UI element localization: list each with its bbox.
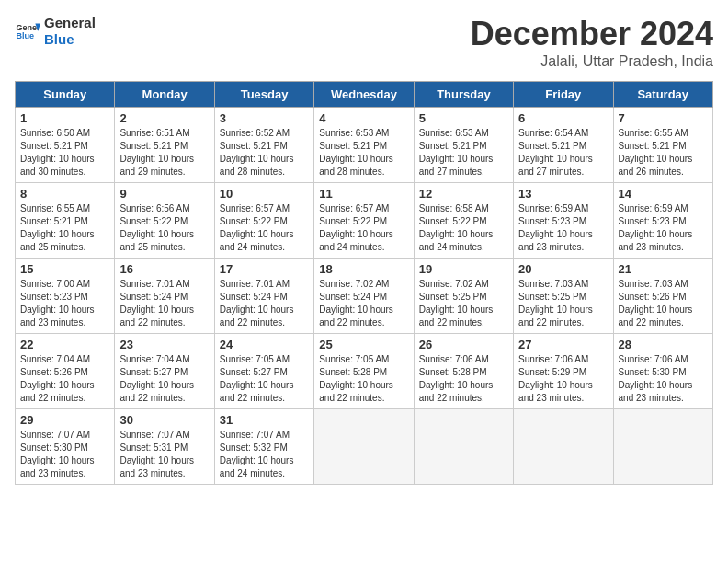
day-cell: 21Sunrise: 7:03 AM Sunset: 5:26 PM Dayli… xyxy=(613,259,712,334)
header-cell-tuesday: Tuesday xyxy=(214,82,313,108)
day-cell: 12Sunrise: 6:58 AM Sunset: 5:22 PM Dayli… xyxy=(414,183,513,259)
logo: General Blue General Blue xyxy=(15,15,96,48)
day-cell: 24Sunrise: 7:05 AM Sunset: 5:27 PM Dayli… xyxy=(214,334,313,409)
day-number: 2 xyxy=(119,111,209,125)
week-row-1: 1Sunrise: 6:50 AM Sunset: 5:21 PM Daylig… xyxy=(16,108,713,183)
title-block: December 2024 Jalali, Uttar Pradesh, Ind… xyxy=(471,15,713,70)
day-cell: 14Sunrise: 6:59 AM Sunset: 5:23 PM Dayli… xyxy=(613,183,712,259)
day-number: 25 xyxy=(319,338,408,351)
day-cell: 29Sunrise: 7:07 AM Sunset: 5:30 PM Dayli… xyxy=(16,409,115,485)
day-number: 8 xyxy=(20,187,109,201)
day-cell: 27Sunrise: 7:06 AM Sunset: 5:29 PM Dayli… xyxy=(514,334,613,409)
day-number: 29 xyxy=(20,413,109,427)
day-cell: 22Sunrise: 7:04 AM Sunset: 5:26 PM Dayli… xyxy=(16,334,115,409)
day-cell: 20Sunrise: 7:03 AM Sunset: 5:25 PM Dayli… xyxy=(514,259,613,334)
day-number: 16 xyxy=(119,262,209,276)
day-info: Sunrise: 7:01 AM Sunset: 5:24 PM Dayligh… xyxy=(119,278,209,329)
day-info: Sunrise: 6:55 AM Sunset: 5:21 PM Dayligh… xyxy=(619,127,708,178)
day-number: 15 xyxy=(20,262,109,276)
day-info: Sunrise: 7:05 AM Sunset: 5:27 PM Dayligh… xyxy=(220,353,309,405)
header-cell-thursday: Thursday xyxy=(414,82,513,108)
day-number: 7 xyxy=(619,111,708,125)
day-number: 17 xyxy=(220,262,309,276)
day-cell: 23Sunrise: 7:04 AM Sunset: 5:27 PM Dayli… xyxy=(115,334,214,409)
day-info: Sunrise: 7:02 AM Sunset: 5:25 PM Dayligh… xyxy=(419,278,508,329)
day-number: 10 xyxy=(220,187,309,201)
day-info: Sunrise: 6:57 AM Sunset: 5:22 PM Dayligh… xyxy=(220,202,309,254)
header-cell-friday: Friday xyxy=(514,82,613,108)
day-info: Sunrise: 6:57 AM Sunset: 5:22 PM Dayligh… xyxy=(319,202,408,254)
calendar-body: 1Sunrise: 6:50 AM Sunset: 5:21 PM Daylig… xyxy=(16,108,713,485)
day-cell: 17Sunrise: 7:01 AM Sunset: 5:24 PM Dayli… xyxy=(214,259,313,334)
day-info: Sunrise: 6:50 AM Sunset: 5:21 PM Dayligh… xyxy=(20,127,109,178)
day-cell: 8Sunrise: 6:55 AM Sunset: 5:21 PM Daylig… xyxy=(16,183,115,259)
day-info: Sunrise: 7:06 AM Sunset: 5:30 PM Dayligh… xyxy=(619,353,708,405)
day-cell xyxy=(414,409,513,485)
day-info: Sunrise: 7:04 AM Sunset: 5:27 PM Dayligh… xyxy=(119,353,209,405)
day-cell: 5Sunrise: 6:53 AM Sunset: 5:21 PM Daylig… xyxy=(414,108,513,183)
day-info: Sunrise: 7:04 AM Sunset: 5:26 PM Dayligh… xyxy=(20,353,109,405)
week-row-2: 8Sunrise: 6:55 AM Sunset: 5:21 PM Daylig… xyxy=(16,183,713,259)
day-number: 24 xyxy=(220,338,309,351)
day-cell: 30Sunrise: 7:07 AM Sunset: 5:31 PM Dayli… xyxy=(115,409,214,485)
day-cell: 9Sunrise: 6:56 AM Sunset: 5:22 PM Daylig… xyxy=(115,183,214,259)
day-number: 26 xyxy=(419,338,508,351)
day-info: Sunrise: 6:51 AM Sunset: 5:21 PM Dayligh… xyxy=(119,127,209,178)
day-number: 27 xyxy=(518,338,608,351)
header-cell-wednesday: Wednesday xyxy=(314,82,414,108)
day-cell: 3Sunrise: 6:52 AM Sunset: 5:21 PM Daylig… xyxy=(214,108,313,183)
day-info: Sunrise: 7:07 AM Sunset: 5:30 PM Dayligh… xyxy=(20,429,109,480)
day-number: 9 xyxy=(119,187,209,201)
day-info: Sunrise: 6:58 AM Sunset: 5:22 PM Dayligh… xyxy=(419,202,508,254)
day-number: 11 xyxy=(319,187,408,201)
day-cell xyxy=(514,409,613,485)
day-cell: 7Sunrise: 6:55 AM Sunset: 5:21 PM Daylig… xyxy=(613,108,712,183)
day-info: Sunrise: 6:54 AM Sunset: 5:21 PM Dayligh… xyxy=(518,127,608,178)
day-number: 23 xyxy=(119,338,209,351)
day-cell: 11Sunrise: 6:57 AM Sunset: 5:22 PM Dayli… xyxy=(314,183,414,259)
day-number: 22 xyxy=(20,338,109,351)
header-cell-sunday: Sunday xyxy=(16,82,115,108)
day-number: 6 xyxy=(518,111,608,125)
day-number: 4 xyxy=(319,111,408,125)
day-info: Sunrise: 6:59 AM Sunset: 5:23 PM Dayligh… xyxy=(619,202,708,254)
day-info: Sunrise: 7:06 AM Sunset: 5:29 PM Dayligh… xyxy=(518,353,608,405)
day-info: Sunrise: 6:53 AM Sunset: 5:21 PM Dayligh… xyxy=(319,127,408,178)
logo-icon: General Blue xyxy=(15,18,40,44)
logo-line1: General xyxy=(44,15,96,31)
day-info: Sunrise: 7:07 AM Sunset: 5:32 PM Dayligh… xyxy=(220,429,309,480)
day-info: Sunrise: 7:03 AM Sunset: 5:25 PM Dayligh… xyxy=(518,278,608,329)
day-cell xyxy=(613,409,712,485)
day-number: 28 xyxy=(619,338,708,351)
day-cell: 4Sunrise: 6:53 AM Sunset: 5:21 PM Daylig… xyxy=(314,108,414,183)
svg-text:Blue: Blue xyxy=(16,31,34,40)
week-row-4: 22Sunrise: 7:04 AM Sunset: 5:26 PM Dayli… xyxy=(16,334,713,409)
day-info: Sunrise: 6:52 AM Sunset: 5:21 PM Dayligh… xyxy=(220,127,309,178)
day-number: 21 xyxy=(619,262,708,276)
day-cell: 25Sunrise: 7:05 AM Sunset: 5:28 PM Dayli… xyxy=(314,334,414,409)
day-cell: 6Sunrise: 6:54 AM Sunset: 5:21 PM Daylig… xyxy=(514,108,613,183)
day-number: 12 xyxy=(419,187,508,201)
calendar-table: SundayMondayTuesdayWednesdayThursdayFrid… xyxy=(15,81,713,485)
day-info: Sunrise: 7:02 AM Sunset: 5:24 PM Dayligh… xyxy=(319,278,408,329)
day-cell: 28Sunrise: 7:06 AM Sunset: 5:30 PM Dayli… xyxy=(613,334,712,409)
day-info: Sunrise: 7:00 AM Sunset: 5:23 PM Dayligh… xyxy=(20,278,109,329)
header-cell-monday: Monday xyxy=(115,82,214,108)
day-number: 31 xyxy=(220,413,309,427)
day-info: Sunrise: 7:01 AM Sunset: 5:24 PM Dayligh… xyxy=(220,278,309,329)
day-cell: 31Sunrise: 7:07 AM Sunset: 5:32 PM Dayli… xyxy=(214,409,313,485)
day-number: 14 xyxy=(619,187,708,201)
day-cell: 19Sunrise: 7:02 AM Sunset: 5:25 PM Dayli… xyxy=(414,259,513,334)
page-header: General Blue General Blue December 2024 … xyxy=(15,15,713,70)
day-number: 18 xyxy=(319,262,408,276)
day-info: Sunrise: 7:03 AM Sunset: 5:26 PM Dayligh… xyxy=(619,278,708,329)
week-row-5: 29Sunrise: 7:07 AM Sunset: 5:30 PM Dayli… xyxy=(16,409,713,485)
calendar-header-row: SundayMondayTuesdayWednesdayThursdayFrid… xyxy=(16,82,713,108)
day-info: Sunrise: 7:07 AM Sunset: 5:31 PM Dayligh… xyxy=(119,429,209,480)
day-cell: 26Sunrise: 7:06 AM Sunset: 5:28 PM Dayli… xyxy=(414,334,513,409)
day-cell: 16Sunrise: 7:01 AM Sunset: 5:24 PM Dayli… xyxy=(115,259,214,334)
day-cell: 1Sunrise: 6:50 AM Sunset: 5:21 PM Daylig… xyxy=(16,108,115,183)
day-cell xyxy=(314,409,414,485)
day-number: 5 xyxy=(419,111,508,125)
day-info: Sunrise: 7:06 AM Sunset: 5:28 PM Dayligh… xyxy=(419,353,508,405)
